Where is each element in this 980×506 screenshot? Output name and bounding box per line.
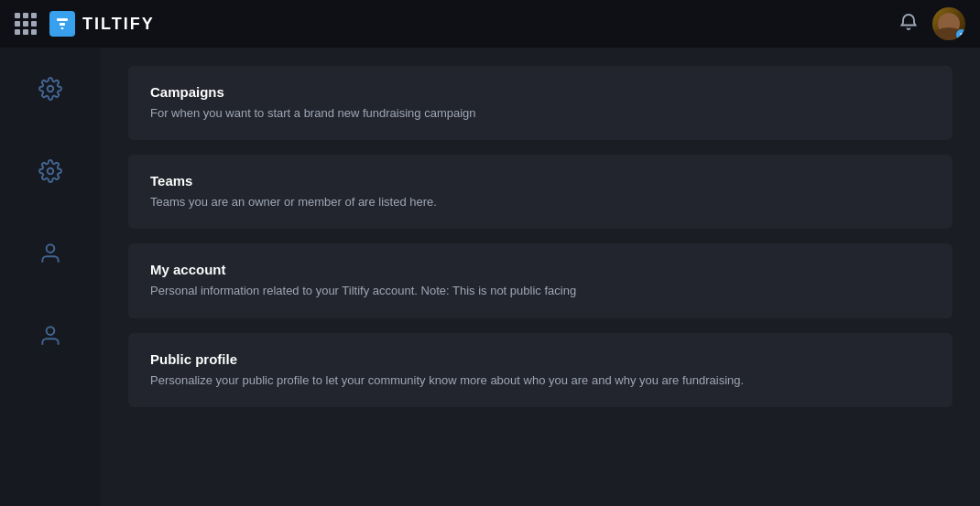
svg-rect-1: [60, 23, 65, 26]
teams-card[interactable]: Teams Teams you are an owner or member o…: [128, 155, 953, 229]
content-area: Campaigns For when you want to start a b…: [101, 48, 980, 506]
teams-card-desc: Teams you are an owner or member of are …: [150, 194, 931, 210]
campaigns-card-desc: For when you want to start a brand new f…: [150, 105, 931, 122]
my-account-card[interactable]: My account Personal information related …: [128, 243, 953, 318]
svg-point-4: [48, 168, 54, 175]
teams-card-title: Teams: [150, 173, 931, 188]
logo-icon: [49, 11, 75, 37]
sidebar-item-campaigns[interactable]: [23, 66, 78, 112]
public-profile-card[interactable]: Public profile Personalize your public p…: [128, 333, 953, 407]
my-account-card-desc: Personal information related to your Til…: [150, 283, 931, 299]
sidebar: [0, 48, 101, 506]
avatar-chevron-icon: ▾: [956, 29, 965, 40]
my-account-person-icon: [38, 242, 62, 265]
main-layout: Campaigns For when you want to start a b…: [0, 48, 980, 506]
campaigns-card[interactable]: Campaigns For when you want to start a b…: [128, 66, 953, 140]
svg-point-6: [47, 327, 55, 335]
topbar-right: ▾: [899, 7, 965, 40]
public-profile-card-desc: Personalize your public profile to let y…: [150, 372, 931, 389]
my-account-card-title: My account: [150, 262, 931, 277]
teams-gear-icon: [38, 159, 62, 183]
svg-rect-0: [57, 18, 68, 21]
sidebar-item-teams[interactable]: [23, 148, 78, 194]
svg-point-5: [47, 244, 55, 253]
public-profile-card-title: Public profile: [150, 351, 931, 367]
logo[interactable]: TILTIFY: [49, 11, 155, 37]
svg-point-3: [48, 86, 54, 92]
topbar: TILTIFY ▾: [0, 0, 980, 48]
sidebar-item-public-profile[interactable]: [23, 313, 78, 359]
user-avatar[interactable]: ▾: [932, 7, 965, 40]
campaigns-gear-icon: [38, 77, 62, 101]
grid-menu-icon[interactable]: [15, 13, 37, 35]
sidebar-item-my-account[interactable]: [23, 231, 78, 276]
public-profile-person-icon: [38, 324, 62, 348]
campaigns-card-title: Campaigns: [150, 84, 931, 100]
notifications-icon[interactable]: [899, 13, 918, 36]
topbar-left: TILTIFY: [15, 11, 155, 37]
svg-rect-2: [61, 27, 64, 29]
logo-text: TILTIFY: [82, 15, 155, 34]
